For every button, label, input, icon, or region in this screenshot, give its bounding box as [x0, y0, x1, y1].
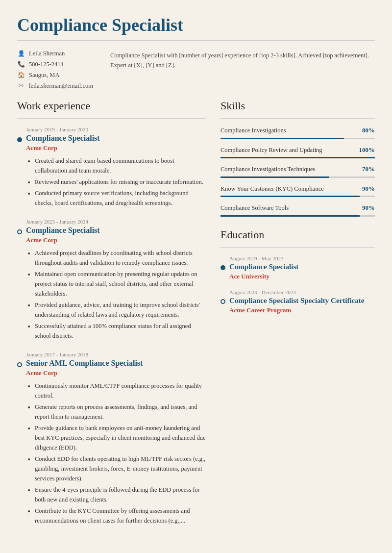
job-entry-3: January 2017 - January 2018 Senior AML C… — [17, 352, 206, 526]
bullet-1-2: Reviewed nurses' applications for missin… — [35, 177, 206, 187]
job-date-1: January 2019 - January 2020 — [26, 126, 206, 132]
edu-entry-2: August 2023 - December 2023 Compliance S… — [220, 289, 375, 314]
bullet-2-4: Successfully attained a 100% compliance … — [35, 321, 206, 341]
skill-percent-3: 70% — [362, 165, 375, 173]
skill-percent-5: 90% — [362, 204, 375, 212]
skill-bar-bg-2 — [220, 157, 375, 158]
summary-text: Compliance Specialist with [number of ye… — [110, 50, 375, 90]
contact-name: 👤 Leila Sherman — [17, 50, 96, 57]
contact-location: 🏠 Saugus, MA — [17, 71, 96, 79]
bullet-3-3: Provide guidance to bank employees on an… — [35, 423, 206, 452]
skill-header-2: Compliance Policy Review and Updating 10… — [220, 146, 375, 155]
skill-item-2: Compliance Policy Review and Updating 10… — [220, 146, 375, 159]
skill-percent-2: 100% — [359, 146, 375, 154]
contact-info: 👤 Leila Sherman 📞 580-125-2414 🏠 Saugus,… — [17, 50, 96, 90]
skills-heading: Skills — [220, 100, 375, 112]
edu-date-1: August 2019 - May 2023 — [229, 255, 375, 261]
main-content: Work experience January 2019 - January 2… — [17, 100, 375, 536]
job-date-3: January 2017 - January 2018 — [26, 352, 206, 357]
header-divider — [17, 40, 375, 41]
right-column: Skills Compliance Investigations 80% Com… — [220, 100, 375, 536]
bullet-2-2: Maintained open communication by present… — [35, 269, 206, 299]
job-company-1: Acme Corp — [26, 144, 206, 152]
email-icon: ✉ — [17, 82, 25, 90]
skill-header-3: Compliance Investigations Techniques 70% — [220, 165, 375, 174]
edu-dot-2 — [220, 299, 225, 304]
skill-item-1: Compliance Investigations 80% — [220, 126, 375, 139]
bullet-2-3: Provided guidance, advice, and training … — [35, 300, 206, 320]
contact-summary: 👤 Leila Sherman 📞 580-125-2414 🏠 Saugus,… — [17, 50, 375, 90]
skill-bar-bg-4 — [220, 196, 375, 197]
job-title-3: Senior AML Compliance Specialist — [26, 359, 206, 368]
skill-item-3: Compliance Investigations Techniques 70% — [220, 165, 375, 178]
job-dot-1 — [17, 137, 22, 142]
job-date-2: January 2023 - January 2024 — [26, 219, 206, 225]
skill-header-4: Know Your Customer (KYC) Compliance 90% — [220, 185, 375, 194]
skill-item-4: Know Your Customer (KYC) Compliance 90% — [220, 185, 375, 198]
edu-school-1: Ace University — [229, 273, 375, 280]
skill-name-3: Compliance Investigations Techniques — [220, 165, 357, 174]
edu-entry-1: August 2019 - May 2023 Compliance Specia… — [220, 255, 375, 280]
bullet-2-1: Achieved project deadlines by coordinati… — [35, 248, 206, 268]
bullet-1-3: Conducted primary source verifications, … — [35, 188, 206, 208]
work-divider — [17, 118, 206, 119]
skill-name-4: Know Your Customer (KYC) Compliance — [220, 185, 357, 194]
edu-school-2: Acme Career Program — [229, 306, 375, 314]
edu-divider — [220, 247, 375, 248]
skill-percent-4: 90% — [362, 185, 375, 193]
skill-bar-fill-5 — [220, 215, 360, 217]
person-icon: 👤 — [17, 50, 25, 57]
bullet-3-4: Conduct EDD for clients operating in hig… — [35, 454, 206, 483]
bullet-3-1: Continuously monitor AML/CTPF compliance… — [35, 381, 206, 401]
page-title: Compliance Specialist — [17, 15, 375, 35]
skill-bar-bg-5 — [220, 215, 375, 217]
edu-date-2: August 2023 - December 2023 — [229, 289, 375, 295]
skill-header-5: Compliance Software Tools 90% — [220, 204, 375, 213]
skill-header-1: Compliance Investigations 80% — [220, 126, 375, 135]
job-bullets-2: Achieved project deadlines by coordinati… — [26, 248, 206, 341]
bullet-3-6: Contribute to the KYC Committee by offer… — [35, 506, 206, 526]
skill-name-2: Compliance Policy Review and Updating — [220, 146, 354, 155]
skill-bar-bg-3 — [220, 176, 375, 178]
job-dot-2 — [17, 229, 22, 234]
skill-bar-fill-1 — [220, 138, 344, 139]
contact-phone: 📞 580-125-2414 — [17, 60, 96, 68]
job-title-1: Compliance Specialist — [26, 134, 206, 143]
skill-percent-1: 80% — [362, 126, 375, 134]
edu-dot-1 — [220, 265, 225, 270]
work-experience-heading: Work experience — [17, 100, 206, 112]
job-entry-2: January 2023 - January 2024 Compliance S… — [17, 219, 206, 341]
education-heading: Education — [220, 228, 375, 241]
contact-email: ✉ leila.sherman@email.com — [17, 82, 96, 90]
edu-title-2: Compliance Specialist Specialty Certific… — [229, 297, 375, 305]
job-entry-1: January 2019 - January 2020 Compliance S… — [17, 126, 206, 208]
bullet-3-2: Generate reports on process assessments,… — [35, 402, 206, 422]
skill-bar-bg-1 — [220, 138, 375, 139]
job-bullets-3: Continuously monitor AML/CTPF compliance… — [26, 381, 206, 526]
skill-bar-fill-3 — [220, 176, 329, 178]
skill-item-5: Compliance Software Tools 90% — [220, 204, 375, 217]
job-title-2: Compliance Specialist — [26, 226, 206, 235]
job-company-2: Acme Corp — [26, 236, 206, 244]
location-icon: 🏠 — [17, 71, 25, 79]
skill-bar-fill-4 — [220, 196, 360, 197]
bullet-1-1: Created and shared team-based communicat… — [35, 156, 206, 176]
skill-name-5: Compliance Software Tools — [220, 204, 357, 213]
job-bullets-1: Created and shared team-based communicat… — [26, 156, 206, 208]
phone-icon: 📞 — [17, 60, 25, 68]
job-company-3: Acme Corp — [26, 369, 206, 377]
skill-bar-fill-2 — [220, 157, 375, 158]
skill-name-1: Compliance Investigations — [220, 126, 357, 135]
bullet-3-5: Ensure the 4-eyes principle is followed … — [35, 485, 206, 504]
left-column: Work experience January 2019 - January 2… — [17, 100, 206, 536]
edu-title-1: Compliance Specialist — [229, 263, 375, 271]
skills-divider — [220, 118, 375, 119]
job-dot-3 — [17, 362, 22, 367]
